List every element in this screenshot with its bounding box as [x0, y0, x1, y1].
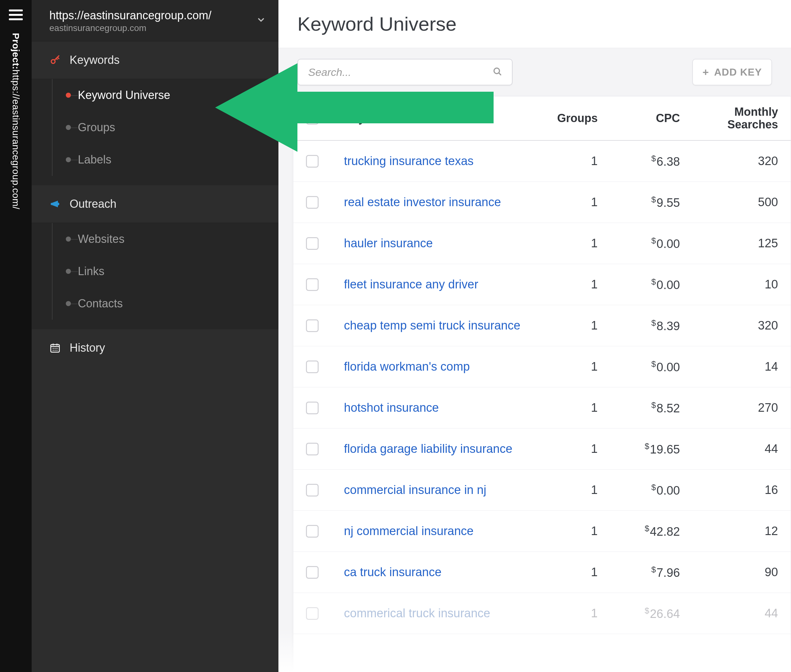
row-checkbox[interactable]	[306, 525, 319, 538]
row-checkbox[interactable]	[306, 402, 319, 414]
groups-value: 1	[528, 483, 598, 497]
table-row: hauler insurance1$0.00125	[293, 223, 791, 264]
keyword-link[interactable]: fleet insurance any driver	[344, 278, 528, 291]
project-url: https://eastinsurancegroup.com/	[49, 8, 211, 22]
select-all-checkbox[interactable]	[306, 112, 319, 125]
row-checkbox[interactable]	[306, 443, 319, 455]
sidebar-item-label: Labels	[78, 153, 111, 166]
keyword-link[interactable]: real estate investor insurance	[344, 195, 528, 209]
cpc-value: $0.00	[598, 359, 680, 374]
keyword-link[interactable]: ca truck insurance	[344, 565, 528, 579]
table-row: ca truck insurance1$7.9690	[293, 552, 791, 593]
sidebar-item-history[interactable]: History	[32, 329, 278, 366]
main-panel: Keyword Universe + ADD KEY Keyword Group…	[278, 0, 791, 672]
sidebar-item-links[interactable]: Links	[49, 255, 278, 288]
table-row: florida garage liability insurance1$19.6…	[293, 429, 791, 470]
cpc-value: $26.64	[598, 606, 680, 621]
keyword-link[interactable]: commerical truck insurance	[344, 606, 528, 620]
groups-value: 1	[528, 319, 598, 332]
cpc-value: $7.96	[598, 565, 680, 580]
row-checkbox[interactable]	[306, 155, 319, 168]
monthly-value: 90	[680, 565, 778, 579]
cpc-value: $6.38	[598, 154, 680, 168]
cpc-value: $0.00	[598, 236, 680, 251]
groups-value: 1	[528, 442, 598, 456]
table-row: trucking insurance texas1$6.38320	[293, 141, 791, 182]
row-checkbox[interactable]	[306, 319, 319, 332]
key-icon	[49, 54, 61, 66]
sidebar-item-contacts[interactable]: Contacts	[49, 288, 278, 320]
search-input[interactable]	[308, 66, 492, 79]
sidebar-section-outreach[interactable]: Outreach	[32, 185, 278, 223]
sidebar-item-label: Contacts	[78, 297, 123, 310]
monthly-value: 125	[680, 237, 778, 250]
chevron-down-icon	[256, 15, 266, 27]
cpc-value: $9.55	[598, 195, 680, 210]
monthly-value: 320	[680, 319, 778, 332]
keyword-link[interactable]: hotshot insurance	[344, 401, 528, 414]
cpc-value: $42.82	[598, 524, 680, 539]
row-checkbox[interactable]	[306, 360, 319, 373]
keyword-link[interactable]: nj commercial insurance	[344, 524, 528, 538]
project-path-label: Project:https://eastinsurancegroup.com/	[10, 33, 21, 210]
plus-icon: +	[703, 66, 709, 78]
sidebar-item-groups[interactable]: Groups	[49, 111, 278, 144]
monthly-value: 14	[680, 360, 778, 373]
sidebar-item-label: History	[70, 341, 105, 355]
groups-value: 1	[528, 360, 598, 373]
row-checkbox[interactable]	[306, 278, 319, 291]
sidebar-section-keywords[interactable]: Keywords	[32, 42, 278, 79]
row-checkbox[interactable]	[306, 566, 319, 579]
sidebar-item-label: Links	[78, 265, 104, 278]
keyword-link[interactable]: hauler insurance	[344, 237, 528, 250]
toolbar: + ADD KEY	[278, 48, 791, 96]
row-checkbox[interactable]	[306, 484, 319, 496]
groups-value: 1	[528, 154, 598, 168]
sidebar-section-label: Outreach	[70, 197, 116, 211]
search-box[interactable]	[297, 59, 513, 85]
row-checkbox[interactable]	[306, 237, 319, 250]
page-title: Keyword Universe	[278, 0, 791, 48]
monthly-value: 44	[680, 606, 778, 620]
project-domain: eastinsurancegroup.com	[49, 22, 211, 34]
row-checkbox[interactable]	[306, 607, 319, 620]
menu-icon[interactable]	[9, 10, 23, 20]
keyword-link[interactable]: cheap temp semi truck insurance	[344, 319, 528, 332]
sidebar-item-labels[interactable]: Labels	[49, 144, 278, 176]
cpc-value: $0.00	[598, 483, 680, 498]
groups-value: 1	[528, 606, 598, 620]
keyword-link[interactable]: florida garage liability insurance	[344, 442, 528, 456]
col-monthly-searches[interactable]: Monthly Searches	[680, 106, 778, 131]
groups-value: 1	[528, 401, 598, 414]
col-cpc[interactable]: CPC	[598, 112, 680, 125]
monthly-value: 44	[680, 442, 778, 456]
keyword-link[interactable]: trucking insurance texas	[344, 154, 528, 168]
search-icon	[492, 66, 502, 78]
bullhorn-icon	[49, 198, 61, 210]
add-keywords-button[interactable]: + ADD KEY	[692, 59, 772, 85]
cpc-value: $8.39	[598, 318, 680, 333]
cpc-value: $8.52	[598, 400, 680, 415]
keywords-tree: Keyword Universe Groups Labels	[32, 79, 278, 185]
col-groups[interactable]: Groups	[528, 112, 598, 125]
col-keyword[interactable]: Keyword	[344, 112, 528, 125]
keywords-table: Keyword Groups CPC Monthly Searches truc…	[293, 96, 791, 672]
sidebar-item-keyword-universe[interactable]: Keyword Universe	[49, 79, 278, 111]
keyword-link[interactable]: commercial insurance in nj	[344, 483, 528, 497]
keyword-link[interactable]: florida workman's comp	[344, 360, 528, 373]
groups-value: 1	[528, 524, 598, 538]
monthly-value: 12	[680, 524, 778, 538]
sidebar-item-websites[interactable]: Websites	[49, 223, 278, 255]
sidebar-item-label: Websites	[78, 232, 124, 246]
groups-value: 1	[528, 237, 598, 250]
table-row: commercial insurance in nj1$0.0016	[293, 470, 791, 511]
project-selector[interactable]: https://eastinsurancegroup.com/ eastinsu…	[32, 0, 278, 42]
table-row: nj commercial insurance1$42.8212	[293, 511, 791, 552]
monthly-value: 270	[680, 401, 778, 414]
monthly-value: 10	[680, 278, 778, 291]
table-row: fleet insurance any driver1$0.0010	[293, 264, 791, 305]
table-row: real estate investor insurance1$9.55500	[293, 182, 791, 223]
table-row: hotshot insurance1$8.52270	[293, 387, 791, 429]
row-checkbox[interactable]	[306, 196, 319, 209]
monthly-value: 16	[680, 483, 778, 497]
